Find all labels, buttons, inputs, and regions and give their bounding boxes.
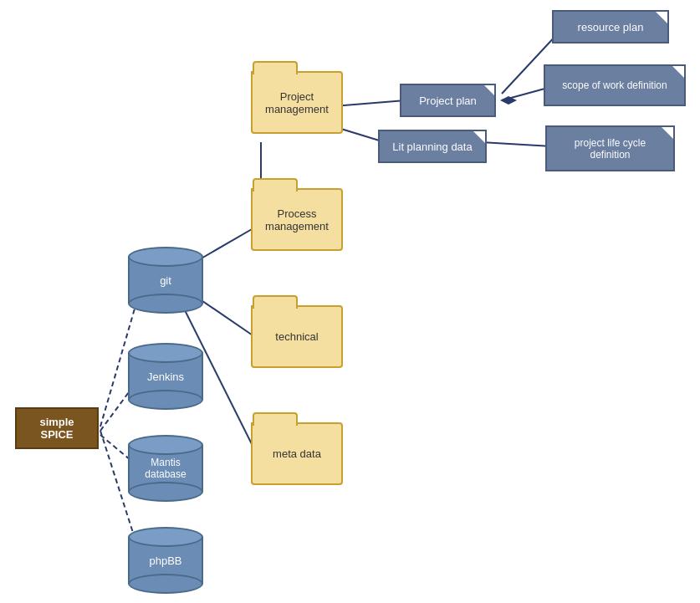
- project-plan-box: Project plan: [400, 84, 496, 117]
- git-cylinder: git: [128, 247, 203, 314]
- project-management-label: Projectmanagement: [265, 90, 329, 115]
- meta-data-label: meta data: [273, 447, 321, 460]
- project-management-folder: Projectmanagement: [251, 71, 343, 134]
- phpbb-label: phpBB: [128, 554, 203, 567]
- technical-folder: technical: [251, 305, 343, 368]
- lit-planning-label: Lit planning data: [392, 141, 472, 153]
- phpbb-cylinder: phpBB: [128, 527, 203, 594]
- jenkins-label: Jenkins: [128, 370, 203, 383]
- simple-spice-label: simple SPICE: [27, 416, 87, 441]
- scope-of-work-box: scope of work definition: [544, 64, 686, 106]
- project-life-box: project life cycledefinition: [545, 125, 675, 171]
- diagram: Projectmanagement Project plan resource …: [0, 0, 700, 603]
- meta-data-folder: meta data: [251, 422, 343, 485]
- lit-planning-box: Lit planning data: [378, 130, 487, 163]
- simple-spice-box: simple SPICE: [15, 407, 99, 449]
- resource-plan-label: resource plan: [578, 21, 644, 33]
- resource-plan-box: resource plan: [552, 10, 669, 43]
- process-management-folder: Processmanagement: [251, 188, 343, 251]
- project-life-label: project life cycledefinition: [575, 137, 646, 161]
- process-management-label: Processmanagement: [265, 207, 329, 233]
- svg-marker-4: [500, 96, 517, 105]
- git-label: git: [128, 274, 203, 287]
- jenkins-cylinder: Jenkins: [128, 343, 203, 410]
- mantis-label: Mantisdatabase: [128, 457, 203, 480]
- svg-line-6: [481, 142, 552, 146]
- technical-label: technical: [275, 330, 318, 343]
- svg-line-3: [502, 88, 548, 100]
- mantis-cylinder: Mantisdatabase: [128, 435, 203, 502]
- scope-of-work-label: scope of work definition: [562, 79, 667, 91]
- project-plan-label: Project plan: [419, 95, 477, 107]
